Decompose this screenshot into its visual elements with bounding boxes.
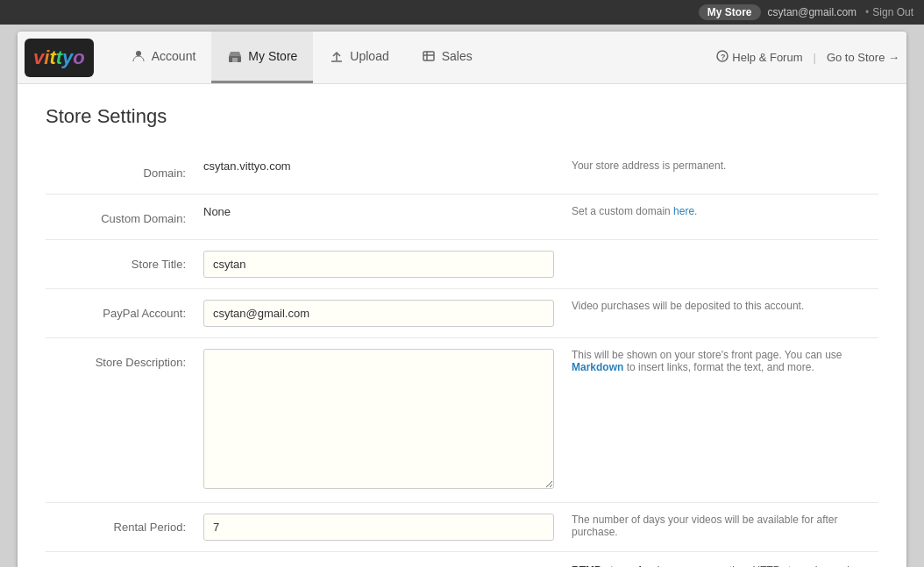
domain-hint: Your store address is permanent. — [572, 149, 878, 195]
logo: vittyo — [25, 39, 94, 77]
paypal-row: PayPal Account: Video purchases will be … — [46, 289, 878, 338]
help-forum-label: Help & Forum — [732, 51, 802, 64]
nav-bar: vittyo Account — [18, 32, 906, 84]
rtmp-row: RTMP streaming is more secure than HTTP … — [46, 552, 878, 568]
store-title-field — [203, 240, 572, 289]
sales-icon — [421, 48, 437, 64]
tab-upload[interactable]: Upload — [313, 32, 404, 83]
goto-store-link[interactable]: Go to Store → — [827, 51, 899, 64]
store-title-input[interactable] — [203, 251, 554, 278]
domain-value: csytan.vittyo.com — [203, 142, 291, 173]
tab-account[interactable]: Account — [115, 32, 212, 83]
custom-domain-hint-suffix: . — [694, 205, 697, 217]
store-desc-hint-rest: to insert links, format the text, and mo… — [623, 361, 814, 373]
logo-v: v — [33, 46, 44, 68]
svg-rect-5 — [423, 52, 434, 60]
custom-domain-hint-prefix: Set a custom domain — [572, 205, 673, 217]
top-bar-separator: • — [865, 6, 869, 18]
tab-upload-label: Upload — [350, 49, 388, 63]
store-description-textarea[interactable] — [203, 349, 554, 489]
paypal-label: PayPal Account: — [46, 289, 203, 338]
app-container: vittyo Account — [18, 32, 906, 567]
top-bar-badge: My Store — [699, 4, 761, 20]
store-description-label: Store Description: — [46, 338, 203, 503]
store-description-hint: This will be shown on your store's front… — [572, 338, 878, 503]
logo-o: o — [73, 46, 84, 68]
store-desc-hint-main: This will be shown on your store's front… — [572, 349, 842, 361]
store-title-hint — [572, 240, 878, 289]
page-content: Store Settings Domain: csytan.vittyo.com… — [18, 84, 906, 567]
store-title-label: Store Title: — [46, 240, 203, 289]
rental-period-label: Rental Period: — [46, 503, 203, 552]
custom-domain-row: Custom Domain: None Set a custom domain … — [46, 195, 878, 240]
nav-pipe: | — [814, 51, 816, 64]
top-bar: My Store csytan@gmail.com • Sign Out — [0, 0, 924, 25]
nav-right: ? Help & Forum | Go to Store → — [716, 50, 899, 65]
logo-t: t — [49, 46, 55, 68]
sign-out-link[interactable]: Sign Out — [872, 6, 913, 18]
custom-domain-value: None — [203, 188, 231, 218]
rental-period-input[interactable] — [203, 514, 554, 541]
store-description-field — [203, 338, 572, 503]
tab-sales-label: Sales — [442, 49, 473, 63]
domain-label: Domain: — [46, 149, 203, 195]
tab-sales[interactable]: Sales — [405, 32, 488, 83]
settings-table: Domain: csytan.vittyo.com Your store add… — [46, 149, 878, 567]
paypal-field — [203, 289, 572, 338]
tab-account-label: Account — [152, 49, 196, 63]
paypal-input[interactable] — [203, 300, 554, 327]
rtmp-field — [203, 552, 572, 568]
custom-domain-here-link[interactable]: here — [673, 205, 694, 217]
custom-domain-field: None — [203, 195, 572, 240]
svg-text:?: ? — [721, 53, 726, 61]
store-description-row: Store Description: This will be shown on… — [46, 338, 878, 503]
custom-domain-hint: Set a custom domain here. — [572, 195, 878, 240]
markdown-link[interactable]: Markdown — [572, 361, 623, 373]
logo-y: y — [62, 46, 73, 68]
nav-tabs: Account My Store — [115, 32, 717, 83]
page-title: Store Settings — [46, 105, 878, 128]
rental-period-row: Rental Period: The number of days your v… — [46, 503, 878, 552]
custom-domain-label: Custom Domain: — [46, 195, 203, 240]
rtmp-hint: RTMP streaming is more secure than HTTP … — [572, 552, 878, 568]
top-bar-email: csytan@gmail.com — [768, 6, 857, 18]
paypal-hint: Video purchases will be deposited to thi… — [572, 289, 878, 338]
store-icon — [227, 48, 243, 64]
rtmp-label — [46, 552, 203, 568]
tab-mystore[interactable]: My Store — [211, 32, 313, 83]
tab-mystore-label: My Store — [248, 49, 297, 63]
person-icon — [131, 48, 146, 64]
rental-period-field — [203, 503, 572, 552]
help-forum-link[interactable]: ? Help & Forum — [716, 50, 802, 65]
svg-point-0 — [136, 51, 141, 56]
rental-period-hint: The number of days your videos will be a… — [572, 503, 878, 552]
logo-t2: t — [56, 46, 62, 68]
help-icon: ? — [716, 50, 729, 65]
domain-field: csytan.vittyo.com — [203, 149, 572, 195]
domain-row: Domain: csytan.vittyo.com Your store add… — [46, 149, 878, 195]
store-title-row: Store Title: — [46, 240, 878, 289]
upload-icon — [329, 48, 345, 64]
svg-rect-2 — [232, 58, 238, 62]
